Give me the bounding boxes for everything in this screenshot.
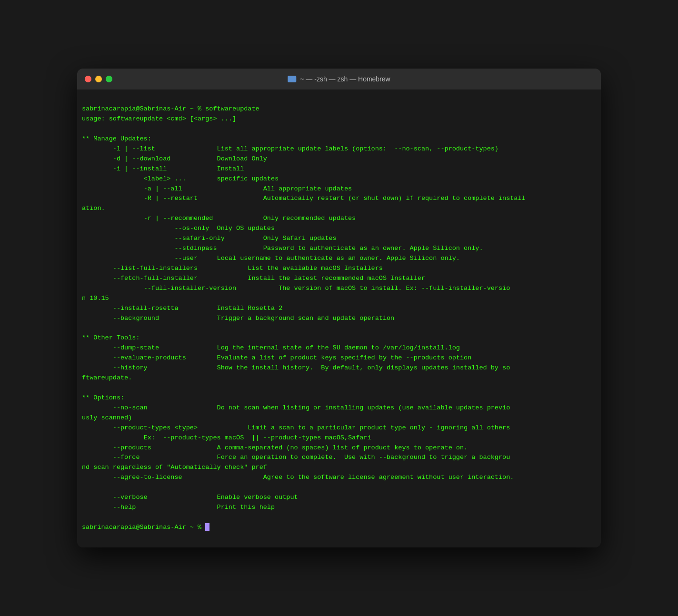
window-title-area: ~ — -zsh — zsh — Homebrew — [288, 75, 390, 83]
cursor — [205, 523, 209, 531]
window-title: ~ — -zsh — zsh — Homebrew — [300, 75, 390, 83]
close-button[interactable] — [85, 76, 91, 82]
terminal-window: ~ — -zsh — zsh — Homebrew sabrinacarapia… — [77, 69, 601, 547]
minimize-button[interactable] — [95, 76, 102, 82]
terminal-icon — [288, 76, 296, 82]
terminal-body[interactable]: sabrinacarapia@Sabrinas-Air ~ % software… — [77, 89, 601, 547]
terminal-line-1: sabrinacarapia@Sabrinas-Air ~ % software… — [82, 105, 526, 531]
titlebar: ~ — -zsh — zsh — Homebrew — [77, 69, 601, 89]
maximize-button[interactable] — [106, 76, 112, 82]
traffic-lights — [85, 76, 112, 82]
